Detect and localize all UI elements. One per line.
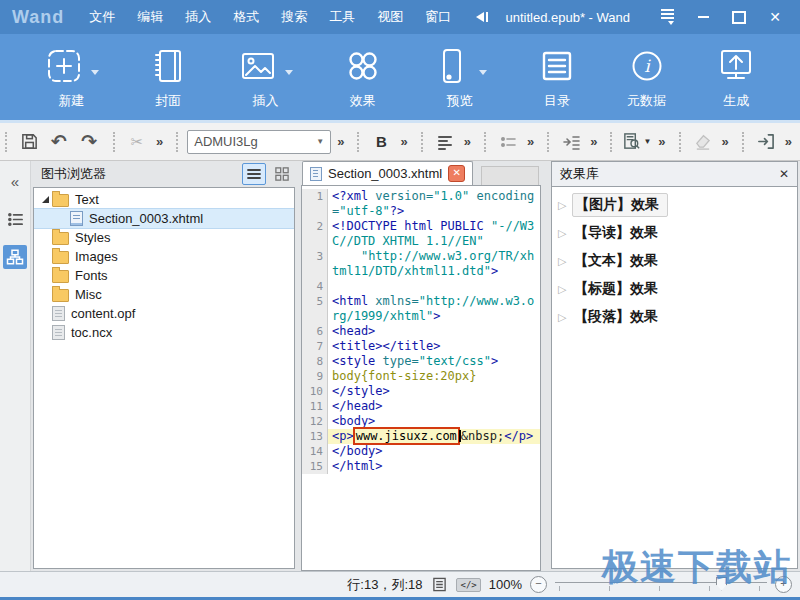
preview-button-label: 预览 <box>447 92 473 110</box>
editor-code-area[interactable]: 1<?xml version="1.0" encoding="utf-8"?>2… <box>302 186 540 570</box>
metadata-info-icon: i <box>627 46 667 86</box>
code-view-button[interactable]: </> <box>456 578 480 592</box>
code-editor: Section_0003.xhtml ✕ 1<?xml version="1.0… <box>301 161 541 571</box>
code-text: <?xml version="1.0" encoding="utf-8"?> <box>328 189 540 219</box>
code-token: <!DOCTYPE html PUBLIC <box>332 219 491 233</box>
tree-item-content-opf[interactable]: content.opf <box>34 304 294 323</box>
effects-panel-close-button[interactable]: ✕ <box>779 167 789 181</box>
effects-item-label: 【文本】效果 <box>572 250 666 272</box>
save-button[interactable] <box>14 129 44 155</box>
editor-tabbar: Section_0003.xhtml ✕ <box>301 161 541 185</box>
maximize-button[interactable] <box>724 5 754 29</box>
line-number: 13 <box>302 429 328 444</box>
overflow-chevron[interactable]: » <box>586 134 601 149</box>
tree-list-view-toggle[interactable] <box>242 163 266 185</box>
erase-group: » <box>674 123 737 160</box>
redo-button[interactable]: ↷ <box>74 129 104 155</box>
align-button[interactable] <box>430 129 460 155</box>
collapsed-arrow-icon[interactable]: ▷ <box>558 311 572 324</box>
tree-item-section-0003-xhtml[interactable]: Section_0003.xhtml <box>34 209 294 228</box>
titlebar: Wand 文件 编辑 插入 格式 搜索 工具 视图 窗口 untitled.ep… <box>0 0 800 34</box>
overflow-chevron[interactable]: » <box>396 134 411 149</box>
overflow-chevron[interactable]: » <box>781 134 796 149</box>
tree-item-misc[interactable]: Misc <box>34 285 294 304</box>
minimize-button[interactable] <box>688 5 718 29</box>
code-editor-box: 1<?xml version="1.0" encoding="utf-8"?>2… <box>301 185 541 571</box>
close-button[interactable]: ✕ <box>760 5 790 29</box>
code-token: <html <box>332 294 375 308</box>
toolbar-menu-button[interactable] <box>652 5 682 29</box>
generate-button[interactable]: 生成 <box>710 43 762 112</box>
menu-file[interactable]: 文件 <box>78 0 126 34</box>
code-token: > <box>491 264 498 278</box>
eraser-button[interactable] <box>688 129 718 155</box>
effects-panel: 效果库 ✕ ▷【图片】效果▷【导读】效果▷【文本】效果▷【标题】效果▷【段落】效… <box>551 161 800 571</box>
menu-edit[interactable]: 编辑 <box>126 0 174 34</box>
collapsed-arrow-icon[interactable]: ▷ <box>558 227 572 240</box>
toc-button[interactable]: 目录 <box>531 43 583 112</box>
bullet-list-button[interactable] <box>493 129 523 155</box>
tab-section-0003[interactable]: Section_0003.xhtml ✕ <box>302 161 473 185</box>
collapsed-arrow-icon[interactable]: ▷ <box>558 283 572 296</box>
new-button[interactable]: 新建 <box>38 43 105 112</box>
collapse-ribbon-icon[interactable] <box>476 12 488 22</box>
cut-button[interactable]: ✂ <box>122 129 152 155</box>
panel-splitter[interactable] <box>541 161 551 571</box>
effects-button[interactable]: 效果 <box>337 43 389 112</box>
book-browser-header: 图书浏览器 <box>33 161 295 187</box>
list-view-button[interactable] <box>3 207 27 231</box>
insert-button[interactable]: 插入 <box>232 43 299 112</box>
tree-grid-view-toggle[interactable] <box>271 164 293 184</box>
toc-button-label: 目录 <box>544 92 570 110</box>
effects-item-label: 【导读】效果 <box>572 222 666 244</box>
metadata-button-label: 元数据 <box>627 92 666 110</box>
tree-item-text[interactable]: Text <box>34 190 294 209</box>
menu-view[interactable]: 视图 <box>366 0 414 34</box>
overflow-chevron[interactable]: » <box>460 134 475 149</box>
overflow-chevron[interactable]: » <box>152 134 167 149</box>
book-browser-title: 图书浏览器 <box>35 165 237 183</box>
overflow-chevron[interactable]: » <box>654 134 669 149</box>
collapse-panel-button[interactable]: « <box>3 169 27 193</box>
tab-close-button[interactable]: ✕ <box>448 165 465 182</box>
menu-tools[interactable]: 工具 <box>318 0 366 34</box>
tree-item-label: Misc <box>75 287 102 302</box>
tree-item-images[interactable]: Images <box>34 247 294 266</box>
tree-item-fonts[interactable]: Fonts <box>34 266 294 285</box>
preview-button[interactable]: 预览 <box>426 43 493 112</box>
menu-window[interactable]: 窗口 <box>414 0 462 34</box>
overflow-chevron[interactable]: » <box>333 134 348 149</box>
zoom-out-button[interactable]: − <box>530 576 547 593</box>
overflow-chevron[interactable]: » <box>718 134 733 149</box>
code-token: <body> <box>332 414 375 428</box>
effects-item[interactable]: ▷【文本】效果 <box>552 247 797 275</box>
file-tree[interactable]: TextSection_0003.xhtmlStylesImagesFontsM… <box>33 187 295 569</box>
collapsed-arrow-icon[interactable]: ▷ <box>558 255 572 268</box>
effects-item[interactable]: ▷【导读】效果 <box>552 219 797 247</box>
font-family-select[interactable]: ADMUI3Lg▼ <box>187 130 331 154</box>
menu-search[interactable]: 搜索 <box>270 0 318 34</box>
insert-break-button[interactable] <box>751 129 781 155</box>
cover-button[interactable]: 封面 <box>142 43 194 112</box>
indent-button[interactable] <box>556 129 586 155</box>
effects-item[interactable]: ▷【标题】效果 <box>552 275 797 303</box>
code-line: 3 "http://www.w3.org/TR/xhtml11/DTD/xhtm… <box>302 249 540 279</box>
collapsed-arrow-icon[interactable]: ▷ <box>558 199 572 212</box>
overflow-chevron[interactable]: » <box>523 134 538 149</box>
zoom-in-button[interactable]: + <box>775 576 792 593</box>
menu-format[interactable]: 格式 <box>222 0 270 34</box>
effects-item[interactable]: ▷【段落】效果 <box>552 303 797 331</box>
tree-item-toc-ncx[interactable]: toc.ncx <box>34 323 294 342</box>
expanded-arrow-icon[interactable] <box>40 194 52 206</box>
structure-view-button[interactable] <box>3 245 27 269</box>
tree-item-styles[interactable]: Styles <box>34 228 294 247</box>
metadata-button[interactable]: i 元数据 <box>621 43 673 112</box>
zoom-slider[interactable] <box>555 577 767 593</box>
bold-button[interactable]: B <box>366 129 396 155</box>
menu-insert[interactable]: 插入 <box>174 0 222 34</box>
book-view-button[interactable] <box>430 576 448 594</box>
find-in-document-button[interactable]: ▼ <box>619 129 654 155</box>
effects-item[interactable]: ▷【图片】效果 <box>552 191 797 219</box>
effects-item-label: 【段落】效果 <box>572 306 666 328</box>
undo-button[interactable]: ↶ <box>44 129 74 155</box>
